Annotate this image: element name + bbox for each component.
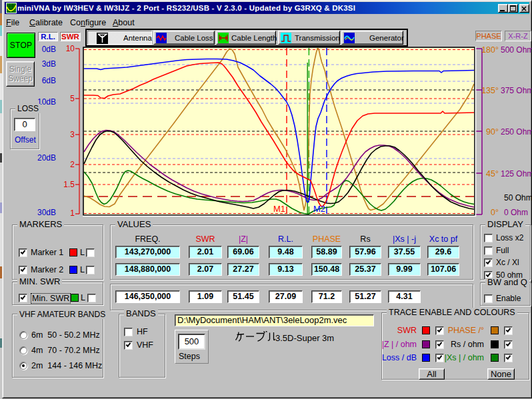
svg-text:M1: M1 [273, 204, 285, 214]
svg-text:M2: M2 [313, 204, 325, 214]
